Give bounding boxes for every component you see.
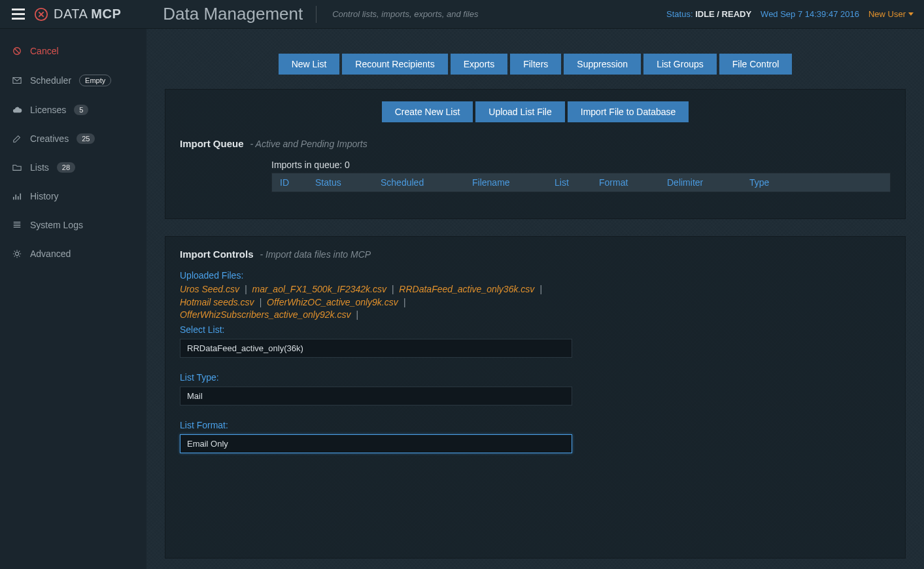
col-delimiter[interactable]: Delimiter [667,177,749,188]
sidebar-item-label: History [30,191,59,201]
import-queue-subtitle: - Active and Pending Imports [250,139,368,149]
sidebar-item-label: Lists [30,162,49,173]
sidebar-item-licenses[interactable]: Licenses 5 [0,95,146,124]
badge: 25 [77,133,95,144]
import-queue-count: Imports in queue: 0 [271,160,891,170]
sub-button-create-new-list[interactable]: Create New List [382,101,473,122]
sub-button-import-file-to-database[interactable]: Import File to Database [568,101,689,122]
col-list[interactable]: List [555,177,599,188]
top-button-new-list[interactable]: New List [279,54,340,75]
sidebar-item-label: System Logs [30,220,83,230]
app-logo-icon [34,7,48,22]
sidebar-item-history[interactable]: History [0,182,146,211]
list-icon [12,220,22,230]
cancel-icon [12,46,22,56]
sidebar-item-lists[interactable]: Lists 28 [0,153,146,182]
sub-button-upload-list-file[interactable]: Upload List File [475,101,565,122]
cloud-icon [12,105,22,115]
badge: 28 [57,162,75,173]
separator: | [386,284,399,294]
top-button-recount-recipients[interactable]: Recount Recipients [342,54,447,75]
col-id[interactable]: ID [280,177,315,188]
badge: 5 [74,105,88,115]
uploaded-files-list: Uros Seed.csv | mar_aol_FX1_500k_IF2342k… [180,283,546,322]
col-type[interactable]: Type [749,177,789,188]
panel-import-controls: Import Controls - Import data files into… [165,236,906,559]
gear-icon [12,249,22,259]
timestamp: Wed Sep 7 14:39:47 2016 [761,9,859,19]
sidebar-item-advanced[interactable]: Advanced [0,239,146,268]
sidebar-item-label: Creatives [30,133,69,144]
col-status[interactable]: Status [315,177,381,188]
list-format-label: List Format: [180,420,891,430]
select-list-label: Select List: [180,324,891,335]
sidebar-item-scheduler[interactable]: Scheduler Empty [0,65,146,95]
uploaded-file-link[interactable]: Uros Seed.csv [180,284,239,294]
list-type-label: List Type: [180,372,891,383]
sidebar: Cancel Scheduler Empty Licenses 5 Creati… [0,29,146,569]
app-logo-text: DATA MCP [54,7,121,22]
sub-button-row: Create New ListUpload List FileImport Fi… [180,101,891,122]
import-controls-subtitle: - Import data files into MCP [260,249,371,260]
separator: | [351,309,361,320]
badge: Empty [79,75,111,86]
import-controls-title: Import Controls [180,249,254,260]
top-button-row: New ListRecount RecipientsExportsFilters… [165,54,906,75]
uploaded-file-link[interactable]: OfferWhizSubscribers_active_only92k.csv [180,309,351,320]
sidebar-item-system-logs[interactable]: System Logs [0,211,146,239]
chart-icon [12,191,22,201]
separator: | [239,284,252,294]
app-header: DATA MCP Data Management Control lists, … [0,0,924,29]
list-format-select[interactable]: Email Only [180,434,572,453]
select-list[interactable]: RRDataFeed_active_only(36k) [180,339,572,358]
panel-file-control: Create New ListUpload List FileImport Fi… [165,89,906,219]
separator: | [534,284,545,294]
caret-down-icon [908,12,914,16]
svg-point-3 [15,252,18,255]
user-menu[interactable]: New User [868,9,914,19]
top-button-filters[interactable]: Filters [510,54,561,75]
sidebar-item-label: Cancel [30,46,59,56]
sidebar-item-creatives[interactable]: Creatives 25 [0,124,146,153]
menu-icon[interactable] [9,6,27,22]
top-button-suppression[interactable]: Suppression [564,54,641,75]
uploaded-file-link[interactable]: mar_aol_FX1_500k_IF2342k.csv [252,284,386,294]
sidebar-item-cancel[interactable]: Cancel [0,37,146,65]
sidebar-item-label: Licenses [30,105,66,115]
sidebar-item-label: Advanced [30,249,71,259]
status-label: Status: IDLE / READY [666,9,751,19]
uploaded-file-link[interactable]: OfferWhizOC_active_only9k.csv [267,297,398,307]
sidebar-item-label: Scheduler [30,75,71,86]
col-filename[interactable]: Filename [472,177,555,188]
col-format[interactable]: Format [599,177,667,188]
page-title: Data Management [163,4,303,24]
uploaded-file-link[interactable]: Hotmail seeds.csv [180,297,254,307]
separator [316,6,317,23]
main-content: New ListRecount RecipientsExportsFilters… [146,29,924,569]
top-button-file-control[interactable]: File Control [719,54,793,75]
uploaded-files-label: Uploaded Files: [180,270,891,281]
import-queue-header-row: ID Status Scheduled Filename List Format… [271,173,891,192]
envelope-icon [12,75,22,86]
col-scheduled[interactable]: Scheduled [381,177,472,188]
folder-icon [12,162,22,173]
uploaded-file-link[interactable]: RRDataFeed_active_only36k.csv [399,284,534,294]
import-queue-title: Import Queue [180,138,244,149]
separator: | [254,297,267,307]
edit-icon [12,133,22,144]
page-subtitle: Control lists, imports, exports, and fil… [332,9,478,19]
top-button-exports[interactable]: Exports [451,54,507,75]
list-type-select[interactable]: Mail [180,387,572,405]
top-button-list-groups[interactable]: List Groups [643,54,717,75]
separator: | [398,297,409,307]
